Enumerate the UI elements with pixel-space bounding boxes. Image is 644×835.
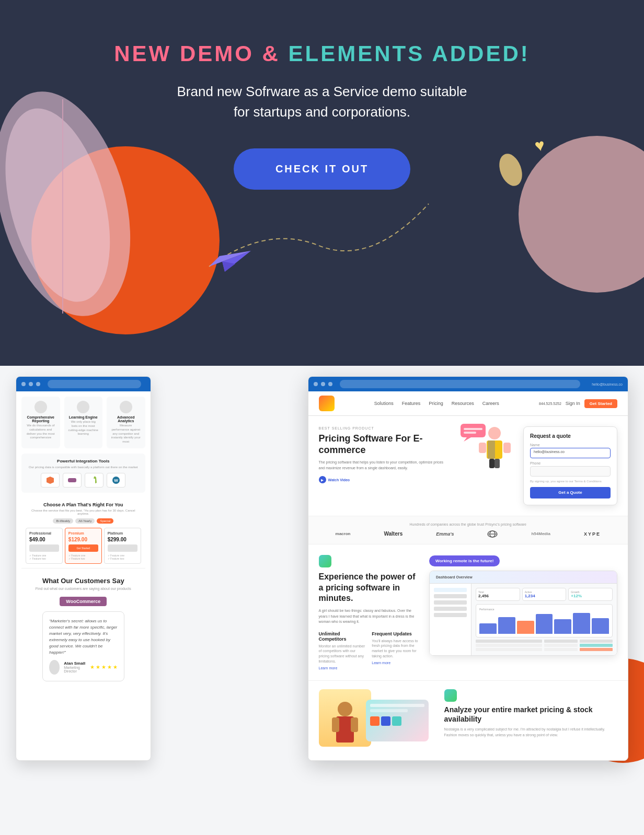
feature-link-2[interactable]: Learn more [372, 661, 419, 665]
feature-title-2: Frequent Updates [372, 631, 419, 636]
nav-careers[interactable]: Careers [482, 401, 499, 406]
logo-emmas: Emma's [436, 531, 454, 537]
dash-sidebar [430, 584, 472, 655]
dash-body: Total 2,456 Active 1,234 Growth [430, 584, 617, 655]
pricing-title-left: Choose A Plan That's Right For You [26, 502, 141, 507]
toggle-option-yearly[interactable]: All-Yearly [75, 518, 95, 524]
analyze-desc: Nostalgia is a very complicated subject … [444, 727, 617, 738]
browser-dot-3 [328, 382, 332, 386]
logos-bar: Hundreds of companies across the globe t… [308, 516, 628, 544]
features-section-title: Experience the power of a pricing softwa… [319, 572, 419, 604]
integration-logos: W [27, 473, 140, 488]
phone-input[interactable] [530, 466, 611, 477]
testimonial-subtitle-left: Find out what our customers are saying a… [32, 587, 135, 590]
stats-row: Total 2,456 Active 1,234 Growth [476, 588, 613, 601]
svg-point-6 [498, 152, 524, 188]
feature-card-2-desc: We only place big bets on the most cutti… [68, 420, 99, 436]
table-row [476, 644, 613, 647]
logo-macron: macron [336, 531, 351, 536]
nav-links: Solutions Features Pricing Resources Car… [374, 401, 499, 406]
magento-logo [41, 473, 60, 488]
hero-illustration [461, 426, 513, 468]
features-section-icon [319, 555, 331, 567]
deco-feather [0, 73, 146, 334]
pricing-cards-row: Professional $49.00 ✓ Feature one ✓ Feat… [26, 528, 141, 564]
toggle-option-special[interactable]: Special [97, 518, 113, 524]
nav-phone: 844.525.5252 [539, 402, 561, 405]
plan-btn-1[interactable] [29, 544, 59, 552]
features-text-col: Experience the power of a pricing softwa… [319, 555, 419, 670]
bar-chart-bars [479, 613, 609, 634]
submit-quote-button[interactable]: Get a Quote [530, 487, 611, 498]
toggle-option-biweekly[interactable]: Bi-Weekly [53, 518, 73, 524]
svg-rect-15 [479, 443, 486, 453]
data-table [476, 640, 613, 651]
svg-rect-28 [332, 717, 339, 732]
bar-chart: Performance [476, 604, 613, 637]
bar-6 [573, 613, 590, 634]
pricing-toggle: Bi-Weekly All-Yearly Special [26, 518, 141, 524]
features-row: Experience the power of a pricing softwa… [308, 544, 628, 680]
star-5: ★ [113, 664, 118, 670]
nav-signin[interactable]: Sign In [566, 401, 580, 406]
phone-label: Phone [530, 461, 611, 465]
svg-rect-18 [494, 459, 500, 468]
product-thumbnails [319, 689, 434, 752]
feature-link-1[interactable]: Learn more [319, 666, 366, 670]
woocommerce-logo-badge: WooCommerce [32, 597, 135, 606]
feature-card-3-desc: Measure performance against any competit… [111, 424, 141, 444]
shopify-logo [85, 473, 104, 488]
hero-subtitle: Brand new Sofrware as a Service demo sui… [177, 82, 467, 122]
browser-address-text: hello@business.co [592, 382, 623, 386]
hero-text-area: BEST SELLING PRODUCT Pricing Software Fo… [319, 426, 450, 505]
svg-marker-8 [47, 477, 54, 484]
plan-btn-3[interactable] [108, 544, 137, 552]
dash-main-content: Total 2,456 Active 1,234 Growth [472, 584, 617, 655]
watch-video-button[interactable]: ▶ Watch Video [319, 476, 450, 483]
name-input[interactable]: hello@business.co [530, 448, 611, 458]
deco-leaf-icon [498, 152, 524, 188]
analyze-title: Analyze your entire market pricing & sto… [444, 705, 617, 724]
stat-2: Active 1,234 [522, 588, 567, 601]
feature-card-3-title: Advanced Analytics [111, 415, 141, 423]
pricing-subtitle-left: Choose the service that fits you best. *… [26, 509, 141, 515]
feature-desc-2: You'll always have access to fresh prici… [372, 639, 419, 659]
bar-1 [479, 623, 497, 634]
dashboard-preview-area: Working remote is the future! Dashboard … [429, 555, 617, 670]
svg-rect-29 [351, 717, 358, 732]
logo-walters: Walters [384, 531, 402, 537]
feature-cards-row: Comprehensive Reporting We do thousands … [21, 397, 145, 448]
testimonial-section-left: What Our Customers Say Find out what our… [21, 568, 145, 690]
analyze-section-icon [444, 689, 457, 702]
table-row [476, 640, 613, 643]
analyze-text-area: Analyze your entire market pricing & sto… [444, 689, 617, 752]
nav-actions: 844.525.5252 Sign In Get Started [539, 399, 617, 408]
testimonial-card-left: "Marketer's secret: allows us to connect… [42, 611, 124, 681]
feature-card-2: Learning Engine We only place big bets o… [64, 397, 103, 448]
screenshots-container: Comprehensive Reporting We do thousands … [0, 366, 644, 835]
nav-pricing[interactable]: Pricing [429, 401, 443, 406]
check-it-out-button[interactable]: CHECK IT OUT [234, 148, 410, 190]
feature-item-unlimited: Unlimited Competitors Monitor an unlimit… [319, 631, 366, 670]
play-icon: ▶ [319, 476, 326, 483]
deco-plane-icon [209, 240, 251, 272]
quote-form-title: Request a quote [530, 433, 611, 439]
partner-logos: macron Walters Emma's h54Media XYPE [319, 530, 617, 538]
nav-resources[interactable]: Resources [452, 401, 474, 406]
star-3: ★ [101, 664, 106, 670]
person-svg [461, 424, 513, 471]
feature-card-1-title: Comprehensive Reporting [26, 415, 56, 423]
left-screenshot-content: Comprehensive Reporting We do thousands … [16, 391, 151, 695]
star-1: ★ [90, 664, 95, 670]
nav-solutions[interactable]: Solutions [374, 401, 394, 406]
browser-bar-main: hello@business.co [308, 377, 628, 391]
svg-rect-16 [503, 443, 511, 453]
logos-bar-text: Hundreds of companies across the globe t… [319, 523, 617, 526]
nav-cta-button[interactable]: Get Started [584, 399, 617, 408]
reporting-icon [34, 401, 47, 413]
site-logo [319, 396, 335, 411]
nav-features[interactable]: Features [402, 401, 421, 406]
bar-4 [536, 614, 553, 634]
hero-main-title: Pricing Software For E-commerce [319, 433, 450, 456]
plan-btn-2[interactable]: Get Started [68, 544, 98, 552]
